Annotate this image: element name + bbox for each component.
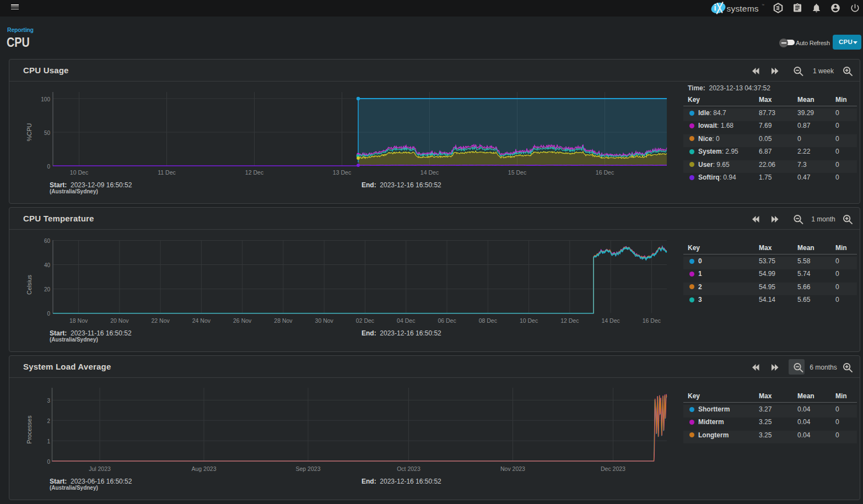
svg-text:systems: systems	[727, 4, 759, 13]
svg-text:™: ™	[762, 3, 764, 7]
